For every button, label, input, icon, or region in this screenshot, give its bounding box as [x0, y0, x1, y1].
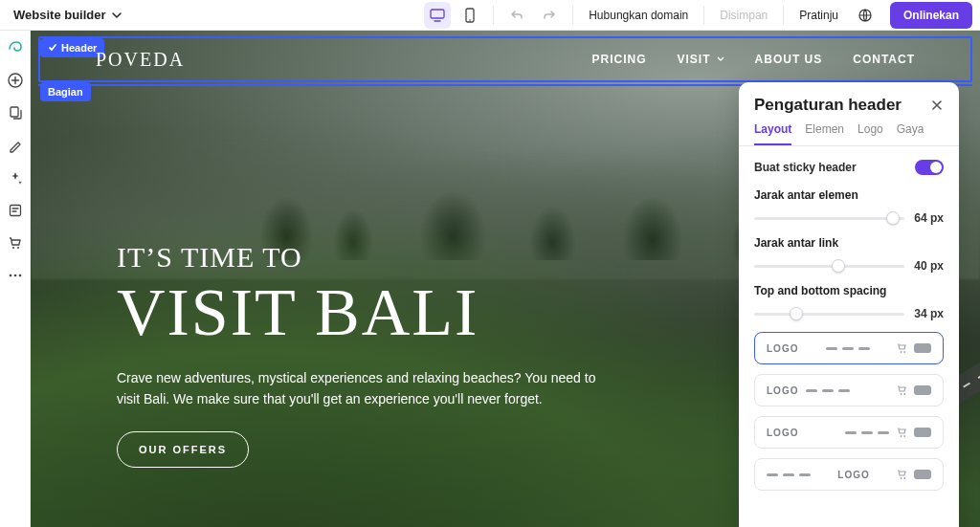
hero-cta-button[interactable]: OUR OFFERS — [117, 431, 249, 468]
caret-down-icon — [717, 56, 724, 62]
more-icon — [8, 274, 23, 277]
mobile-view-button[interactable] — [457, 2, 483, 29]
svg-rect-6 — [10, 206, 20, 216]
svg-point-14 — [901, 393, 902, 395]
panel-close-button[interactable] — [930, 99, 944, 112]
saved-status: Disimpan — [714, 5, 773, 26]
undo-button[interactable] — [503, 2, 530, 29]
layout-option-logo-label: LOGO — [837, 470, 869, 480]
slider-track-0[interactable] — [754, 217, 904, 220]
left-rail — [0, 31, 31, 527]
hero-eyebrow: IT’S TIME TO — [117, 241, 614, 274]
layout-cart-icon — [897, 469, 908, 480]
note-icon — [8, 203, 23, 218]
svg-rect-5 — [11, 107, 18, 117]
svg-point-17 — [903, 435, 905, 437]
layout-nav-placeholder — [767, 473, 811, 476]
tab-gaya[interactable]: Gaya — [897, 122, 924, 145]
site-header[interactable]: POVEDA PRICING VISIT ABOUT US CONTACT — [38, 38, 972, 80]
rail-pages-button[interactable] — [6, 103, 25, 122]
rail-add-button[interactable] — [6, 71, 25, 90]
svg-point-9 — [9, 274, 11, 277]
slider-value-1: 40 px — [914, 259, 944, 273]
layout-option-2[interactable]: LOGO — [754, 374, 944, 406]
connect-domain-button[interactable]: Hubungkan domain — [583, 5, 694, 26]
sparkle-icon — [8, 170, 23, 186]
layout-cart-icon — [897, 427, 908, 438]
nav-visit-label: VISIT — [678, 53, 711, 66]
nav-about-us[interactable]: ABOUT US — [755, 53, 823, 66]
rail-store-button[interactable] — [6, 233, 25, 253]
slider-track-1[interactable] — [754, 265, 904, 268]
publish-button[interactable]: Onlinekan — [890, 2, 972, 29]
panel-title: Pengaturan header — [754, 96, 902, 115]
site-logo[interactable]: POVEDA — [96, 49, 185, 71]
svg-point-12 — [901, 351, 902, 353]
preview-button[interactable]: Pratinju — [793, 5, 844, 26]
globe-icon — [858, 9, 872, 22]
section-selection-chip[interactable]: Bagian — [40, 82, 91, 101]
rail-blog-button[interactable] — [6, 201, 25, 220]
hero-headline: VISIT BALI — [117, 279, 614, 346]
rail-styles-button[interactable] — [6, 136, 25, 155]
hero-copy: Crave new adventures, mystical experienc… — [117, 367, 614, 410]
slider-label-1: Jarak antar link — [754, 236, 944, 250]
tab-elemen[interactable]: Elemen — [805, 122, 844, 145]
svg-point-16 — [901, 435, 902, 437]
svg-point-7 — [12, 247, 14, 249]
desktop-view-button[interactable] — [424, 2, 451, 29]
layout-nav-placeholder — [845, 431, 889, 434]
layout-nav-placeholder — [826, 347, 870, 350]
slider-track-2[interactable] — [754, 313, 904, 316]
svg-point-18 — [901, 477, 902, 479]
desktop-icon — [430, 9, 445, 22]
pages-icon — [8, 105, 23, 121]
swirl-icon — [7, 39, 24, 56]
header-settings-panel: Pengaturan header Layout Elemen Logo Gay… — [739, 82, 959, 527]
close-icon — [930, 99, 944, 112]
layout-cart-icon — [897, 342, 908, 354]
svg-point-19 — [903, 477, 905, 479]
nav-visit[interactable]: VISIT — [678, 53, 724, 66]
top-toolbar: Website builder Hubungkan domain Disimpa… — [0, 0, 980, 31]
slider-value-2: 34 px — [914, 307, 944, 320]
nav-contact[interactable]: CONTACT — [853, 53, 915, 66]
layout-option-logo-label: LOGO — [767, 343, 798, 354]
layout-option-logo-label: LOGO — [767, 385, 798, 396]
redo-button[interactable] — [536, 2, 563, 29]
tab-layout[interactable]: Layout — [754, 122, 791, 145]
slider-thumb-2[interactable] — [790, 307, 803, 320]
site-nav: PRICING VISIT ABOUT US CONTACT — [592, 53, 915, 66]
undo-icon — [510, 10, 523, 21]
layout-option-1[interactable]: LOGO — [754, 332, 944, 364]
layout-button-placeholder — [914, 470, 931, 479]
rail-ai-button[interactable] — [6, 168, 25, 187]
styles-icon — [8, 138, 23, 153]
mobile-icon — [465, 8, 475, 23]
panel-tabs: Layout Elemen Logo Gaya — [739, 122, 959, 146]
layout-option-logo-label: LOGO — [767, 428, 798, 438]
rail-logo-button[interactable] — [6, 38, 25, 57]
plus-circle-icon — [8, 73, 23, 88]
slider-thumb-0[interactable] — [886, 211, 900, 225]
layout-option-4[interactable]: LOGO — [754, 458, 944, 491]
svg-point-15 — [903, 393, 905, 395]
svg-point-2 — [469, 19, 471, 21]
slider-label-0: Jarak antar elemen — [754, 188, 944, 202]
rail-more-button[interactable] — [6, 266, 25, 285]
layout-button-placeholder — [914, 385, 931, 395]
editor-canvas[interactable]: Header Bagian POVEDA PRICING VISIT ABOUT… — [31, 31, 980, 527]
layout-option-3[interactable]: LOGO — [754, 416, 944, 449]
hero-section[interactable]: IT’S TIME TO VISIT BALI Crave new advent… — [117, 241, 614, 468]
layout-nav-placeholder — [806, 389, 850, 392]
sticky-header-toggle[interactable] — [915, 160, 944, 175]
layout-cart-icon — [897, 384, 908, 396]
tab-logo[interactable]: Logo — [858, 122, 883, 145]
slider-thumb-1[interactable] — [832, 259, 845, 273]
layout-button-placeholder — [914, 428, 931, 437]
app-dropdown[interactable]: Website builder — [8, 4, 127, 26]
nav-pricing[interactable]: PRICING — [592, 53, 647, 66]
chevron-down-icon — [112, 11, 122, 20]
app-dropdown-label: Website builder — [13, 8, 106, 22]
globe-button[interactable] — [852, 2, 879, 29]
